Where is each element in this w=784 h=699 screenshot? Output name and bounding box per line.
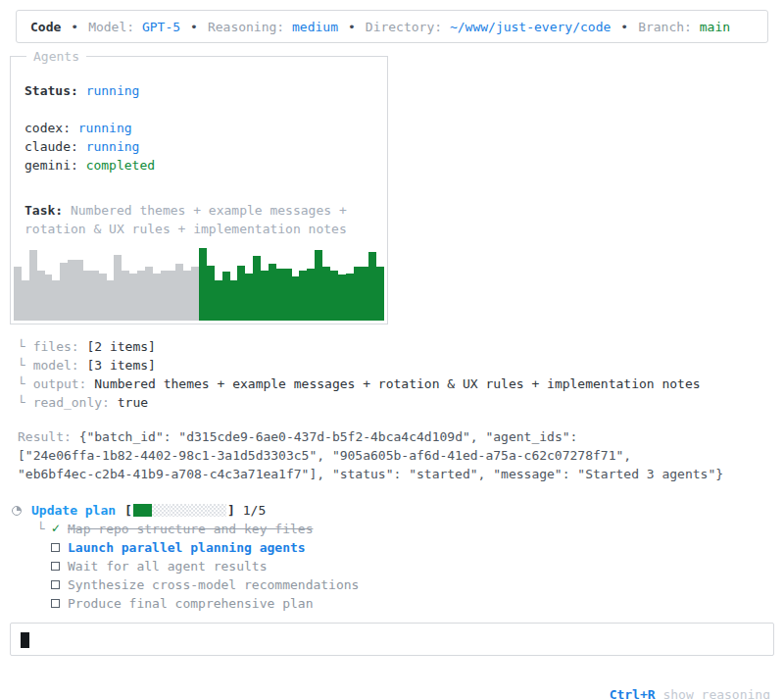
tree-elbow: └ <box>37 520 51 538</box>
param-row: └ output: Numbered themes + example mess… <box>18 374 784 393</box>
agent-list: codex: runningclaude: runninggemini: com… <box>24 119 373 175</box>
activity-bar <box>261 271 269 321</box>
activity-bar <box>52 280 60 321</box>
progress-segments <box>133 504 226 517</box>
activity-bar <box>284 269 292 321</box>
activity-bar <box>307 269 315 321</box>
agent-status-row: gemini: completed <box>24 156 373 175</box>
directory-value: ~/www/just-every/code <box>450 18 611 36</box>
agent-status-row: codex: running <box>24 119 373 137</box>
reasoning-label: Reasoning: <box>208 18 284 36</box>
checkbox-icon <box>51 543 60 552</box>
result-text: {"batch_id": "d315cde9-6ae0-437d-b5f2-4b… <box>79 429 578 444</box>
tool-params: └ files: [2 items]└ model: [3 items]└ ou… <box>18 337 784 412</box>
plan-item-glyph-slot <box>51 599 68 608</box>
result-label: Result: <box>18 429 79 444</box>
agent-name: gemini: <box>24 158 86 173</box>
plan-item-glyph-slot <box>51 543 68 552</box>
activity-bar <box>14 267 22 321</box>
param-row: └ read_only: true <box>18 393 784 412</box>
activity-bar <box>114 255 122 321</box>
model-value: GPT-5 <box>142 18 180 36</box>
activity-bar <box>83 271 91 321</box>
task-line: Task: Numbered themes + example messages… <box>24 201 373 238</box>
tool-result: Result: {"batch_id": "d315cde9-6ae0-437d… <box>18 427 784 483</box>
activity-bar <box>368 252 376 321</box>
update-plan: Update plan [ ] 1/5 └✓Map repo structure… <box>10 501 784 613</box>
activity-bar <box>60 263 68 321</box>
activity-bar <box>299 271 307 321</box>
plan-item: Synthesize cross-model recommendations <box>37 575 784 594</box>
reasoning-value: medium <box>292 18 338 36</box>
plan-progress-ratio: 1/5 <box>243 501 266 520</box>
activity-bar <box>361 267 368 321</box>
agents-panel: Agents Status: running codex: runningcla… <box>10 56 388 325</box>
result-line: "eb6bf4ec-c2b4-41b9-a708-c4c3a71ea1f7"],… <box>18 465 784 483</box>
agent-name: claude: <box>24 139 86 154</box>
activity-bar <box>330 271 338 321</box>
progress-segment <box>133 504 152 517</box>
plan-item: Produce final comprehensive plan <box>37 594 784 613</box>
param-value: [3 items] <box>86 358 155 373</box>
activity-bar <box>338 275 346 321</box>
checkbox-icon <box>51 599 60 608</box>
text-cursor <box>21 632 29 648</box>
composer-input[interactable] <box>10 623 774 656</box>
checkbox-icon <box>51 580 60 589</box>
plan-progress-bar: [ ] <box>124 501 235 520</box>
task-label: Task: <box>24 203 63 218</box>
separator-dot: • <box>348 18 356 36</box>
plan-item-label: Synthesize cross-model recommendations <box>68 575 359 594</box>
spacer <box>692 18 700 36</box>
plan-header: Update plan [ ] 1/5 <box>10 501 784 520</box>
activity-bar <box>354 267 362 321</box>
progress-close-bracket: ] <box>227 501 235 520</box>
agents-panel-title: Agents <box>26 47 86 66</box>
clock-icon <box>12 506 22 516</box>
separator-dot: • <box>190 18 198 36</box>
checkbox-icon <box>51 562 60 571</box>
plan-item-label: Produce final comprehensive plan <box>68 594 313 613</box>
branch-value: main <box>700 18 730 36</box>
progress-segment <box>208 504 226 517</box>
task-value: Numbered themes + example messages + rot… <box>24 203 347 236</box>
activity-bar <box>183 271 191 321</box>
model-label: Model: <box>88 18 134 36</box>
activity-bar <box>276 269 284 321</box>
activity-bar <box>29 250 37 321</box>
directory-label: Directory: <box>366 18 442 36</box>
activity-bar <box>269 264 276 321</box>
activity-bar <box>107 280 115 321</box>
plan-item-glyph-slot <box>51 580 68 589</box>
spacer <box>442 18 450 36</box>
activity-bar <box>75 260 83 321</box>
plan-item: └✓Map repo structure and key files <box>37 520 784 538</box>
activity-bar <box>122 271 129 321</box>
param-value: [2 items] <box>86 339 155 354</box>
activity-bar <box>322 267 330 321</box>
status-value: running <box>86 83 140 98</box>
activity-bar <box>175 264 183 321</box>
param-key: └ read_only: <box>18 395 118 410</box>
spacer <box>63 203 71 218</box>
param-row: └ model: [3 items] <box>18 356 784 374</box>
activity-bar <box>199 248 207 321</box>
progress-segment <box>171 504 189 517</box>
param-key: └ model: <box>18 358 86 373</box>
result-line: Result: {"batch_id": "d315cde9-6ae0-437d… <box>18 427 784 446</box>
plan-items: └✓Map repo structure and key filesLaunch… <box>37 520 784 613</box>
activity-bar <box>137 271 145 321</box>
activity-bar <box>68 260 75 321</box>
activity-bar <box>245 274 253 321</box>
separator-dot: • <box>620 18 628 36</box>
shortcut-show-reasoning-key: Ctrl+R <box>610 687 656 699</box>
activity-bar <box>346 274 354 321</box>
result-text: ["24e06ffa-1b82-4402-98c1-3a1d5d3303c5",… <box>18 448 631 463</box>
activity-bar <box>315 250 322 321</box>
status-label: Status: <box>24 83 78 98</box>
activity-bar <box>22 280 29 321</box>
agent-state: completed <box>86 158 155 173</box>
agent-state: running <box>86 139 140 154</box>
activity-bar <box>191 267 199 321</box>
param-key: └ files: <box>18 339 86 354</box>
